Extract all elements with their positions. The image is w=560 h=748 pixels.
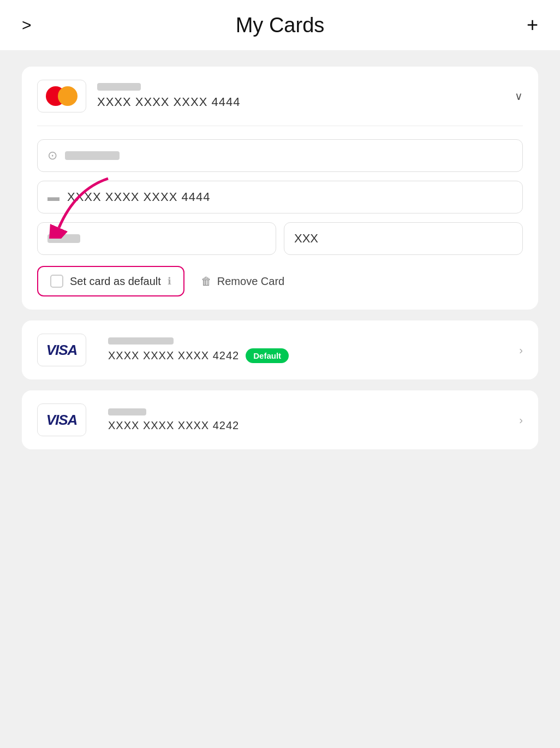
mastercard-yellow-circle bbox=[58, 86, 78, 106]
visa-second-card-header[interactable]: VISA XXXX XXXX XXXX 4242 › bbox=[22, 390, 538, 449]
cvv-value: XXX bbox=[294, 231, 318, 246]
default-badge: Default bbox=[246, 348, 289, 363]
mastercard-card-section: XXXX XXXX XXXX 4444 ∨ ⊙ ▬ XXXX XXXX XXXX… bbox=[22, 67, 538, 310]
visa-default-card-section: VISA XXXX XXXX XXXX 4242 Default › bbox=[22, 320, 538, 379]
header: > My Cards + bbox=[0, 0, 560, 50]
set-default-label: Set card as default bbox=[70, 275, 161, 288]
remove-card-label: Remove Card bbox=[217, 275, 284, 288]
cardholder-name-blur bbox=[65, 151, 120, 160]
cvv-field[interactable]: XXX bbox=[284, 222, 523, 255]
back-button[interactable]: > bbox=[22, 16, 32, 34]
card-number-value: XXXX XXXX XXXX 4444 bbox=[67, 190, 210, 204]
mastercard-icon bbox=[46, 86, 78, 106]
visa-second-number: XXXX XXXX XXXX 4242 bbox=[108, 419, 239, 431]
mastercard-card-header[interactable]: XXXX XXXX XXXX 4444 ∨ bbox=[22, 67, 538, 126]
mastercard-logo-wrap bbox=[37, 80, 86, 112]
cardholder-name-field[interactable]: ⊙ bbox=[37, 139, 523, 172]
cards-content: XXXX XXXX XXXX 4444 ∨ ⊙ ▬ XXXX XXXX XXXX… bbox=[0, 50, 560, 748]
expiry-field[interactable] bbox=[37, 222, 276, 255]
trash-icon: 🗑 bbox=[201, 275, 212, 288]
mastercard-number: XXXX XXXX XXXX 4444 bbox=[97, 95, 240, 109]
visa-default-info: XXXX XXXX XXXX 4242 Default bbox=[108, 337, 519, 363]
set-default-checkbox[interactable] bbox=[50, 275, 63, 288]
visa-default-logo: VISA bbox=[46, 342, 78, 359]
set-default-button[interactable]: Set card as default ℹ bbox=[37, 266, 184, 296]
visa-second-expand-button[interactable]: › bbox=[519, 414, 523, 426]
visa-second-card-section: VISA XXXX XXXX XXXX 4242 › bbox=[22, 390, 538, 449]
visa-default-expand-button[interactable]: › bbox=[519, 344, 523, 357]
visa-default-card-header[interactable]: VISA XXXX XXXX XXXX 4242 Default › bbox=[22, 320, 538, 379]
card-number-field[interactable]: ▬ XXXX XXXX XXXX 4444 bbox=[37, 181, 523, 213]
visa-second-name-blur bbox=[108, 408, 146, 415]
info-icon[interactable]: ℹ bbox=[168, 275, 171, 287]
visa-default-logo-wrap: VISA bbox=[37, 334, 86, 366]
card-icon: ▬ bbox=[47, 190, 59, 204]
mastercard-form: ⊙ ▬ XXXX XXXX XXXX 4444 bbox=[22, 126, 538, 310]
page-title: My Cards bbox=[236, 14, 325, 37]
mastercard-name-blur bbox=[97, 83, 141, 91]
visa-default-name-blur bbox=[108, 337, 174, 345]
expiry-blur bbox=[47, 234, 80, 243]
expiry-cvv-row: XXX bbox=[37, 222, 523, 255]
visa-default-number: XXXX XXXX XXXX 4242 bbox=[108, 349, 239, 362]
add-card-button[interactable]: + bbox=[527, 15, 538, 35]
visa-second-logo-wrap: VISA bbox=[37, 403, 86, 436]
mastercard-info: XXXX XXXX XXXX 4444 bbox=[97, 83, 515, 109]
remove-card-button[interactable]: 🗑 Remove Card bbox=[195, 268, 290, 295]
visa-second-info: XXXX XXXX XXXX 4242 bbox=[108, 408, 519, 432]
mastercard-collapse-button[interactable]: ∨ bbox=[515, 90, 523, 103]
person-icon: ⊙ bbox=[47, 149, 57, 163]
visa-second-logo: VISA bbox=[46, 412, 78, 429]
card-actions-row: Set card as default ℹ 🗑 Remove Card bbox=[37, 266, 523, 296]
